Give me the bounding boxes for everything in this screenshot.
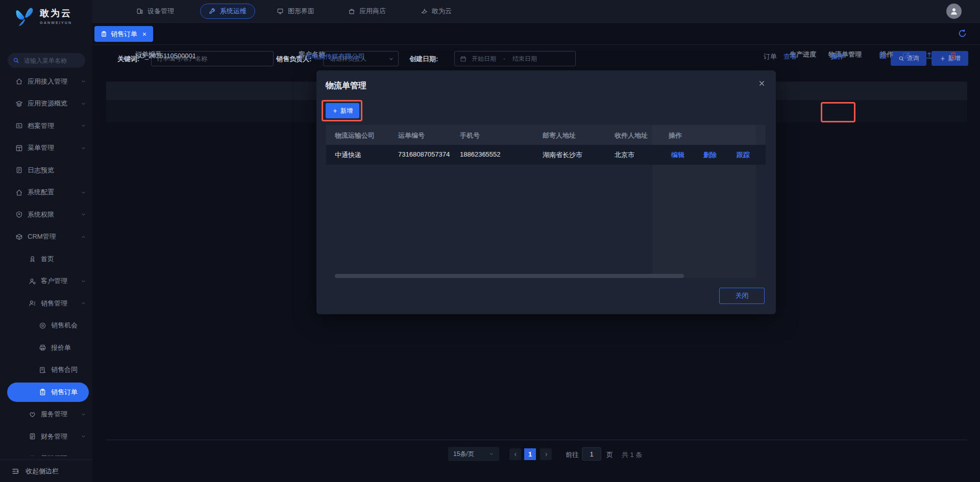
prev-page-button[interactable] — [509, 448, 521, 460]
award-icon — [29, 255, 36, 263]
progress-view-link[interactable]: 查看 — [783, 52, 797, 61]
modal-action-track[interactable]: 跟踪 — [737, 150, 750, 160]
sidebar-item-quotes[interactable]: 报价单 — [0, 337, 92, 359]
doc-search-icon[interactable] — [878, 51, 887, 60]
page-number-1[interactable]: 1 — [524, 448, 536, 460]
topnav-label: 应用商店 — [359, 7, 386, 16]
modal-col-3: 邮寄人地址 — [543, 131, 576, 140]
date-separator: - — [503, 55, 505, 62]
top-navigation: 设备管理系统运维图形界面应用商店敢为云 — [92, 0, 980, 23]
modal-col-1: 运单编号 — [398, 131, 425, 140]
sidebar-item-sys-config[interactable]: 系统配置 — [0, 182, 92, 204]
next-page-button[interactable] — [540, 448, 552, 460]
chevron-down-icon — [81, 190, 86, 195]
sidebar-item-label: 客户管理 — [41, 276, 67, 286]
collapse-label: 收起侧边栏 — [26, 467, 59, 476]
chevron-down-icon — [81, 278, 86, 284]
chevron-down-icon — [81, 145, 86, 151]
topnav-store[interactable]: 应用商店 — [348, 0, 386, 22]
modal-col-2: 手机号 — [460, 131, 480, 140]
person-icon — [949, 7, 959, 16]
delete-icon[interactable] — [949, 51, 958, 60]
modal-horizontal-scrollbar[interactable] — [335, 274, 684, 278]
brand-text: 敢为云 GANWEIYUN — [40, 7, 72, 24]
cube-icon — [15, 233, 23, 241]
tab-sales-order[interactable]: 销售订单 — [94, 26, 153, 42]
sidebar-item-label: 销售机会 — [51, 321, 78, 330]
chevron-down-icon — [81, 123, 86, 129]
chevron-down-icon — [81, 79, 86, 84]
monitor-icon — [277, 8, 284, 15]
chevron-down-icon — [489, 451, 494, 456]
topnav-devices[interactable]: 设备管理 — [136, 0, 174, 22]
chevron-down-icon — [81, 434, 86, 439]
log-icon — [15, 166, 23, 174]
modal-cell-4: 北京市 — [615, 150, 634, 160]
progress-prefix: 订单 — [764, 52, 777, 61]
sidebar-item-app-access[interactable]: 应用接入管理 — [0, 70, 92, 93]
modal-close-button[interactable]: 关闭 — [719, 288, 765, 304]
sidebar-item-sales[interactable]: 销售管理 — [0, 292, 92, 315]
logistics-action-link[interactable]: 操作 — [831, 52, 844, 61]
topnav-cloud[interactable]: 敢为云 — [421, 0, 452, 22]
menu-search-input[interactable] — [23, 57, 80, 65]
sidebar-item-basic[interactable]: 基础管理 — [0, 448, 92, 456]
sidebar-item-sales-chance[interactable]: 销售机会 — [0, 315, 92, 337]
page-size-value: 15条/页 — [453, 450, 474, 459]
sidebar-item-archives[interactable]: 档案管理 — [0, 115, 92, 137]
sidebar-item-label: 系统权限 — [28, 210, 54, 219]
plus-icon — [940, 56, 946, 62]
modal-cell-2: 18862365552 — [460, 150, 501, 158]
customer-link[interactable]: 万迅电脑传媒有限公司 — [299, 52, 365, 61]
modal-col-0: 物流运输公司 — [335, 131, 375, 140]
date-end-placeholder: 结束日期 — [512, 55, 537, 63]
upload-icon[interactable] — [925, 51, 934, 60]
modal-cell-0: 中通快递 — [335, 150, 361, 160]
modal-cell-3: 湖南省长沙市 — [543, 150, 582, 160]
modal-action-delete[interactable]: 删除 — [703, 150, 717, 160]
sidebar-item-label: 系统配置 — [28, 188, 54, 197]
topnav-label: 图形界面 — [288, 7, 314, 16]
topnav-ops[interactable]: 系统运维 — [200, 4, 255, 19]
tab-label: 销售订单 — [111, 30, 137, 39]
modal-action-edit[interactable]: 编辑 — [671, 150, 684, 160]
chevron-down-icon — [81, 101, 86, 107]
chevron-left-icon — [513, 452, 518, 457]
sidebar-item-label: 应用接入管理 — [28, 77, 67, 86]
goto-page-input[interactable]: 1 — [582, 447, 601, 461]
sidebar-item-app-resources[interactable]: 应用资源概览 — [0, 93, 92, 115]
tab-close-icon[interactable] — [142, 32, 147, 37]
home-icon — [15, 189, 23, 196]
date-range-picker[interactable]: 开始日期 - 结束日期 — [454, 51, 576, 66]
refresh-icon[interactable] — [958, 29, 967, 38]
calc-icon — [29, 433, 36, 440]
user-avatar[interactable] — [946, 4, 962, 19]
sidebar-item-sys-perms[interactable]: 系统权限 — [0, 204, 92, 226]
topnav-gui[interactable]: 图形界面 — [277, 0, 314, 22]
target-icon — [39, 322, 46, 329]
sidebar-item-logs[interactable]: 日志预览 — [0, 159, 92, 182]
modal-close-icon[interactable] — [758, 80, 766, 87]
edit-icon[interactable] — [902, 51, 911, 60]
tab-bar: 销售订单 — [92, 23, 980, 45]
heart-icon — [29, 411, 36, 418]
shield-icon — [15, 211, 23, 218]
sidebar-item-label: 销售订单 — [51, 388, 78, 397]
sidebar-item-crm[interactable]: CRM管理 — [0, 226, 92, 248]
modal-add-button[interactable]: 新增 — [326, 103, 359, 118]
sidebar-item-menus[interactable]: 菜单管理 — [0, 137, 92, 160]
goto-label: 前往 — [566, 450, 579, 460]
sidebar-item-services[interactable]: 服务管理 — [0, 403, 92, 426]
user-list-icon — [29, 299, 36, 307]
page-size-select[interactable]: 15条/页 — [448, 447, 499, 461]
sidebar-item-finance[interactable]: 财务管理 — [0, 425, 92, 448]
sidebar-item-crm-home[interactable]: 首页 — [0, 248, 92, 270]
modal-cell-1: 73168087057374 — [398, 150, 450, 158]
sidebar-item-sales-orders[interactable]: 销售订单 — [7, 383, 89, 402]
sidebar-menu-search[interactable] — [8, 53, 85, 68]
chevron-down-icon — [81, 412, 86, 417]
app-root: 敢为云 GANWEIYUN 应用接入管理应用资源概览档案管理菜单管理日志预览系统… — [0, 0, 980, 482]
sidebar-item-customers[interactable]: 客户管理 — [0, 270, 92, 293]
collapse-sidebar-button[interactable]: 收起侧边栏 — [0, 460, 92, 482]
sidebar-item-contracts[interactable]: 销售合同 — [0, 359, 92, 382]
